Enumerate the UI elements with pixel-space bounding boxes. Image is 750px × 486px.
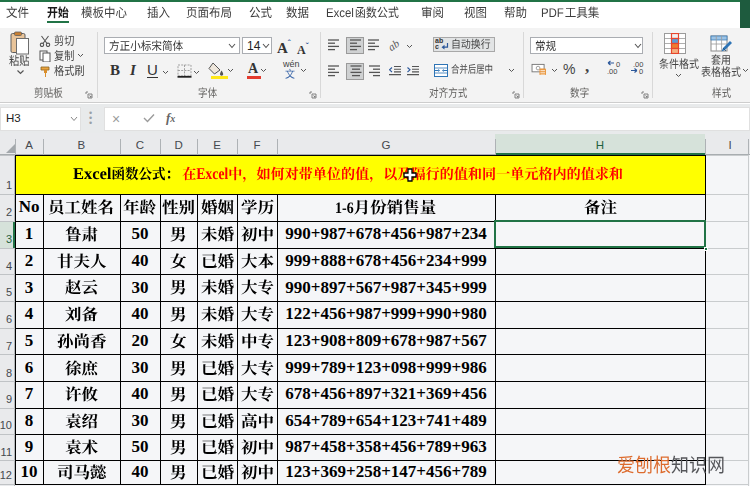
svg-text:0: 0: [639, 67, 643, 75]
svg-text:.00: .00: [607, 67, 617, 75]
